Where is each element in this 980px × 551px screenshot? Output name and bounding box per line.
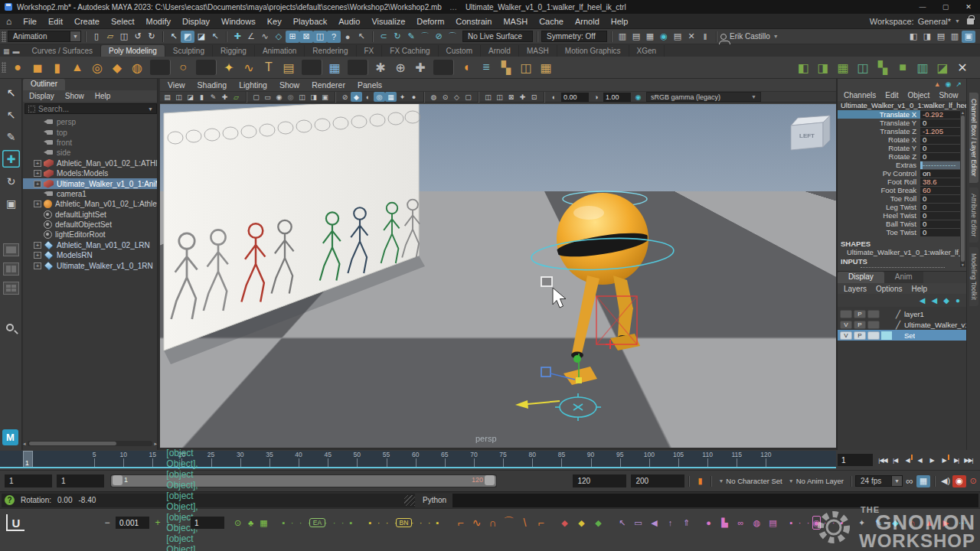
shelf-tab[interactable]: Animation (255, 45, 305, 57)
expand-icon[interactable] (34, 211, 41, 218)
channel-name[interactable]: Rotate Z (838, 152, 920, 161)
maximize-button[interactable]: ▢ (934, 0, 957, 14)
extra-tool-icon[interactable]: ◆ (889, 516, 902, 530)
shelf-tab[interactable]: Rendering (305, 45, 356, 57)
shelf-tool-icon[interactable]: ◎ (87, 57, 107, 77)
channel-name[interactable]: Pv Control (838, 169, 920, 178)
selected-object-name[interactable]: Ultimate_Walker_v1_0_1:walker_lf_heel_ik… (838, 101, 966, 110)
shelf-tool-icon[interactable]: ▲ (67, 57, 87, 77)
layout-two-pane-button[interactable] (3, 262, 19, 276)
extra-tool-icon[interactable]: ▲ (923, 516, 936, 530)
file-op-icon[interactable]: ◫ (117, 31, 131, 43)
channel-value-field[interactable]: 0 (920, 145, 960, 152)
pose-tool-icon[interactable]: ◍ (750, 516, 763, 530)
channel-box-icon[interactable]: ◉ (946, 80, 952, 88)
expand-icon[interactable]: + (34, 262, 41, 269)
fps-field[interactable]: 24 fps (855, 475, 892, 487)
animation-end-field[interactable]: 200 (631, 474, 684, 487)
selection-tool-icon[interactable]: ⇑ (680, 516, 693, 530)
transport-button[interactable]: ▶▶| (962, 454, 975, 466)
exposure-icon[interactable]: ◐ (548, 92, 560, 102)
manipulators[interactable] (515, 354, 601, 421)
shelf-tool-icon[interactable]: ✚ (410, 57, 430, 77)
camera-toggle-icon[interactable]: ✚ (517, 92, 528, 102)
outliner-item[interactable]: + Ultimate_Walker_v1_0_1RN (23, 260, 157, 270)
curve-preset-icon[interactable]: ⌐ (534, 516, 547, 530)
menu-item[interactable]: MASH (498, 15, 533, 28)
render-icon[interactable]: ▤ (629, 31, 643, 43)
shelf-tool-icon[interactable]: ⊕ (390, 57, 410, 77)
tool-icon[interactable]: ✚ (2, 150, 20, 168)
shelf-tool-icon[interactable]: ◼ (28, 57, 47, 77)
layer-display-toggle[interactable] (867, 321, 880, 329)
transport-button[interactable]: |◀◀ (877, 454, 889, 466)
display-toggle-icon[interactable]: ◆ (351, 92, 362, 102)
layer-editor-tab[interactable]: Anim (884, 272, 923, 283)
layer-row[interactable]: V P Set (838, 330, 968, 341)
channel-name[interactable]: Rotate Y (838, 144, 920, 152)
current-frame-marker[interactable]: 1 (23, 451, 33, 468)
construction-history-icon[interactable]: ⌒ (446, 31, 459, 43)
channel-row[interactable]: Foot Roll 38.6 (838, 178, 962, 186)
shelf-tab[interactable]: Arnold (481, 45, 519, 57)
character-set-dropdown[interactable]: ▼No Character Set (718, 477, 782, 485)
shelf-tool-icon[interactable]: ▦ (833, 57, 853, 77)
ease-step-icon[interactable]: · (338, 516, 347, 530)
menu-item[interactable]: Modify (141, 15, 176, 28)
center-handle[interactable] (576, 377, 582, 383)
layer-editor-menu-item[interactable]: Layers (844, 285, 867, 293)
selection-mode-icon[interactable]: ◩ (181, 31, 194, 43)
plane-handle-blue-square[interactable] (541, 367, 550, 377)
ease-step-icon[interactable]: · (296, 516, 305, 530)
shelf-tool-icon[interactable]: ✕ (952, 57, 972, 77)
shelf-tool-icon[interactable] (196, 60, 216, 75)
layer-action-icon[interactable]: ◀ (932, 296, 938, 305)
shelf-menu-icon[interactable]: ▦ (3, 47, 10, 55)
ease-step-icon[interactable]: · (288, 516, 296, 530)
layer-action-icon[interactable]: ◆ (943, 296, 949, 305)
channel-value-field[interactable]: ------------- (920, 161, 960, 169)
grip-handle[interactable] (2, 62, 6, 73)
outliner-item[interactable]: + Athletic_Man_v01_02_L:ATHLETIC_MA (23, 158, 157, 168)
channel-name[interactable]: Rotate X (838, 135, 920, 144)
layout-four-pane-button[interactable] (3, 282, 19, 295)
zoom-tool-icon[interactable] (6, 324, 14, 331)
anim-tool-icon[interactable]: ⊙ (231, 516, 244, 530)
pose-tool-icon[interactable]: ▤ (766, 516, 779, 530)
tool-icon[interactable]: ✎ (2, 128, 20, 145)
gamma-field[interactable]: 1.00 (603, 93, 631, 102)
colorspace-dropdown[interactable]: sRGB gamma (legacy) ▼ (646, 92, 761, 102)
ease-step-icon[interactable]: · (322, 516, 330, 530)
channel-name[interactable]: Leg Twist (838, 203, 920, 211)
record-icon[interactable]: ◉ (952, 475, 966, 487)
channel-box-icon[interactable]: ▲ (934, 80, 941, 88)
selection-tool-icon[interactable]: ◀ (648, 516, 661, 530)
curve-preset-icon[interactable]: ∩ (486, 516, 499, 530)
expand-icon[interactable]: + (34, 160, 41, 167)
channel-value-field[interactable]: 0 (920, 136, 960, 144)
expand-icon[interactable]: + (34, 242, 41, 249)
channel-row[interactable]: Leg Twist 0 (838, 203, 962, 211)
scroll-left-arrow[interactable]: ◂ (23, 441, 26, 447)
pose-tool-icon[interactable]: ● (702, 516, 715, 530)
scroll-up-arrow[interactable]: ▲ (961, 110, 965, 115)
outliner-item[interactable]: top (23, 127, 157, 137)
channel-row[interactable]: Toe Twist 0 (838, 228, 962, 236)
construction-history-icon[interactable]: ⌒ (418, 31, 432, 43)
pose-step-icon[interactable]: · (795, 516, 804, 530)
channel-box-menu-item[interactable]: Object (908, 91, 930, 99)
blend-step-icon[interactable]: BN (400, 516, 408, 530)
outliner-menu-item[interactable]: Show (65, 92, 84, 100)
ease-step-icon[interactable]: ▪ (279, 516, 288, 530)
menu-item[interactable]: Select (106, 15, 140, 28)
yellow-arrowhead[interactable] (515, 400, 528, 409)
channel-row[interactable]: Extras ------------- (838, 161, 962, 169)
display-toggle-icon[interactable]: ▦ (385, 92, 397, 102)
channel-value-field[interactable]: 0 (920, 204, 960, 211)
transport-button[interactable]: ◀ (913, 454, 926, 466)
file-op-icon[interactable]: ▱ (103, 31, 117, 43)
selection-mode-icon[interactable]: ↖ (208, 31, 222, 43)
menu-item[interactable]: Visualize (366, 15, 410, 28)
channel-row[interactable]: Foot Break 60 (838, 186, 962, 194)
shading-mode-icon[interactable]: ◉ (273, 92, 285, 102)
